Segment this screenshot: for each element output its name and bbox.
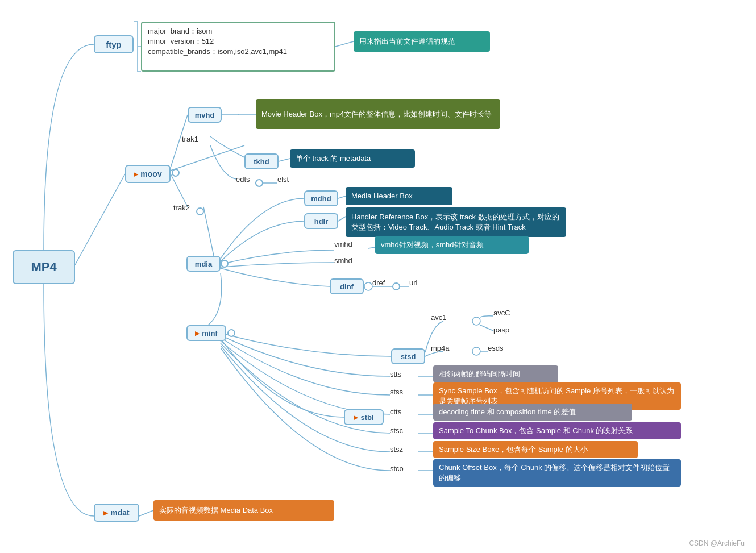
mp4-node: MP4 xyxy=(13,250,75,284)
stsd-label: stsd xyxy=(401,352,416,361)
tkhd-desc: 单个 track 的 metadata xyxy=(290,149,415,168)
minf-circle xyxy=(227,329,235,337)
mdat-desc: 实际的音视频数据 Media Data Box xyxy=(153,500,334,521)
mp4-label: MP4 xyxy=(31,260,56,275)
stsc-desc-text: Sample To Chunk Box，包含 Sample 和 Chunk 的映… xyxy=(439,426,633,436)
stsc-label: stsc xyxy=(390,426,403,435)
stsz-label: stsz xyxy=(390,445,403,454)
ctts-label: ctts xyxy=(390,408,401,416)
stts-label: stts xyxy=(390,370,401,379)
ctts-desc-text: decoding time 和 composition time 的差值 xyxy=(439,407,576,417)
pasp-label: pasp xyxy=(493,326,509,334)
vmhd-desc: vmhd针对视频，smhd针对音频 xyxy=(375,236,529,254)
mdat-desc-text: 实际的音视频数据 Media Data Box xyxy=(159,505,273,515)
hdlr-label: hdlr xyxy=(314,217,329,226)
ftyp-desc-text: 用来指出当前文件遵循的规范 xyxy=(359,36,455,47)
url-label: url xyxy=(409,278,417,287)
trak2-label: trak2 xyxy=(173,203,190,212)
stbl-node: stbl xyxy=(344,409,384,425)
vmhd-desc-text: vmhd针对视频，smhd针对音频 xyxy=(381,240,484,250)
mp4a-label: mp4a xyxy=(431,344,450,352)
hdlr-desc-text: Handler Reference Box，表示该 track 数据的处理方式，… xyxy=(351,212,560,232)
mvhd-node: mvhd xyxy=(188,107,222,123)
elst-label: elst xyxy=(277,175,289,184)
stss-label: stss xyxy=(390,388,403,396)
mdia-circle xyxy=(221,260,229,268)
ctts-desc: decoding time 和 composition time 的差值 xyxy=(433,404,632,421)
avc1-label: avc1 xyxy=(431,313,446,322)
mdia-node: mdia xyxy=(186,256,221,272)
moov-circle xyxy=(172,169,180,177)
hdlr-node: hdlr xyxy=(304,213,338,229)
stsz-desc-text: Sample Size Boxe，包含每个 Sample 的大小 xyxy=(439,444,588,455)
vmhd-label: vmhd xyxy=(334,240,352,248)
tkhd-label: tkhd xyxy=(254,157,269,166)
moov-node: moov xyxy=(125,165,171,183)
watermark: CSDN @ArchieFu xyxy=(689,539,745,547)
svg-point-2 xyxy=(472,347,480,355)
ftyp-desc: 用来指出当前文件遵循的规范 xyxy=(354,31,490,52)
stco-desc: Chunk Offset Box，每个 Chunk 的偏移。这个偏移是相对文件初… xyxy=(433,459,681,487)
edts-label: edts xyxy=(236,175,250,184)
mvhd-desc-text: Movie Header Box，mp4文件的整体信息，比如创建时间、文件时长等 xyxy=(261,109,492,119)
ftyp-field-3: compatible_brands：isom,iso2,avc1,mp41 xyxy=(148,47,329,57)
dref-label: dref xyxy=(372,278,385,287)
stts-desc-text: 相邻两帧的解码间隔时间 xyxy=(439,369,520,379)
moov-label: moov xyxy=(140,169,161,178)
mdhd-node: mdhd xyxy=(304,190,338,206)
svg-point-1 xyxy=(472,317,480,325)
dref-circle xyxy=(392,282,400,290)
mdhd-desc-text: Media Header Box xyxy=(351,191,413,201)
mvhd-label: mvhd xyxy=(195,111,215,119)
mdhd-label: mdhd xyxy=(311,194,331,203)
trak2-circle xyxy=(196,207,204,215)
stsd-node: stsd xyxy=(391,348,425,364)
mdat-label: mdat xyxy=(110,508,129,517)
ftyp-fields-box: major_brand：isom minor_version：512 compa… xyxy=(141,22,335,72)
stco-desc-text: Chunk Offset Box，每个 Chunk 的偏移。这个偏移是相对文件初… xyxy=(439,463,675,483)
stsz-desc: Sample Size Boxe，包含每个 Sample 的大小 xyxy=(433,441,638,458)
edts-circle xyxy=(255,179,263,187)
tkhd-desc-text: 单个 track 的 metadata xyxy=(296,153,371,164)
trak1-label: trak1 xyxy=(182,135,198,143)
minf-label: minf xyxy=(202,329,217,338)
ftyp-field-2: minor_version：512 xyxy=(148,36,329,47)
ftyp-field-1: major_brand：isom xyxy=(148,26,329,36)
mdat-node: mdat xyxy=(94,504,139,522)
smhd-label: smhd xyxy=(334,256,352,265)
minf-node: minf xyxy=(186,325,226,341)
mdhd-desc: Media Header Box xyxy=(346,187,452,205)
hdlr-desc: Handler Reference Box，表示该 track 数据的处理方式，… xyxy=(346,207,566,237)
tkhd-node: tkhd xyxy=(244,153,279,169)
esds-label: esds xyxy=(488,344,503,352)
dinf-node: dinf xyxy=(330,278,364,294)
svg-point-0 xyxy=(364,282,372,290)
stsc-desc: Sample To Chunk Box，包含 Sample 和 Chunk 的映… xyxy=(433,422,681,439)
mvhd-desc: Movie Header Box，mp4文件的整体信息，比如创建时间、文件时长等 xyxy=(256,99,500,129)
ftyp-node: ftyp xyxy=(94,35,134,53)
stts-desc: 相邻两帧的解码间隔时间 xyxy=(433,365,558,382)
dinf-label: dinf xyxy=(340,282,354,291)
avcc-label: avcC xyxy=(493,309,510,317)
stbl-label: stbl xyxy=(360,413,373,422)
mdia-label: mdia xyxy=(195,260,212,268)
ftyp-label: ftyp xyxy=(106,40,122,49)
stco-label: stco xyxy=(390,464,404,473)
